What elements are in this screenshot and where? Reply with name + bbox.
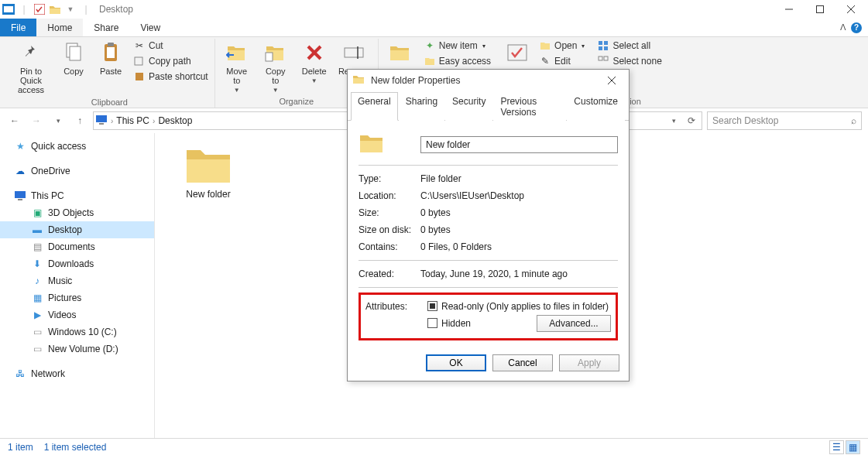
recent-button[interactable]: ▾ [50,112,67,129]
properties-button[interactable] [502,39,533,67]
dropdown-icon: ▼ [273,87,279,94]
nav-desktop[interactable]: ▬Desktop [0,221,154,238]
tab-home[interactable]: Home [36,19,83,36]
open-button[interactable]: Open▾ [537,39,586,53]
qat-dropdown-icon[interactable]: ▼ [63,2,77,16]
forward-button[interactable]: → [28,112,45,129]
nav-pictures[interactable]: ▦Pictures [0,289,154,306]
nav-videos[interactable]: ▶Videos [0,306,154,323]
search-icon: ⌕ [851,115,856,126]
readonly-checkbox[interactable]: Read-only (Only applies to files in fold… [427,301,611,312]
nav-3d-objects[interactable]: ▣3D Objects [0,204,154,221]
collapse-ribbon-icon[interactable]: ᐱ [840,22,846,32]
dialog-tabs: General Sharing Security Previous Versio… [348,91,629,121]
move-to-button[interactable]: Move to▼ [220,39,254,95]
nav-network[interactable]: 🖧Network [0,365,154,382]
nav-documents[interactable]: ▤Documents [0,238,154,255]
select-all-icon [597,39,609,52]
help-icon[interactable]: ? [851,22,862,33]
pin-button[interactable]: Pin to Quick access [9,39,53,96]
drive-icon: ▭ [31,343,43,355]
nav-drive-c[interactable]: ▭Windows 10 (C:) [0,323,154,340]
new-item-button[interactable]: ✦New item▾ [422,39,492,53]
tab-previous-versions[interactable]: Previous Versions [493,92,566,121]
nav-music[interactable]: ♪Music [0,272,154,289]
search-input[interactable]: Search Desktop ⌕ [707,111,862,130]
tab-security[interactable]: Security [445,92,492,121]
select-none-icon [597,55,609,67]
picture-icon: ▦ [31,292,43,304]
label-size-disk: Size on disk: [359,224,420,235]
nav-downloads[interactable]: ⬇Downloads [0,255,154,272]
nav-quick-access[interactable]: ★Quick access [0,138,154,155]
tab-view[interactable]: View [129,19,171,36]
value-contains: 0 Files, 0 Folders [420,241,618,252]
titlebar: | ▼ | Desktop [0,0,868,19]
refresh-icon[interactable]: ⟳ [683,112,700,129]
tab-general[interactable]: General [351,92,398,121]
shortcut-icon [133,70,146,83]
chevron-right-icon[interactable]: › [111,117,113,125]
cut-button[interactable]: ✂Cut [132,39,210,53]
svg-rect-28 [15,191,26,198]
breadcrumb-thispc[interactable]: This PC [116,115,149,126]
folder-icon [388,40,413,65]
delete-button[interactable]: Delete▼ [297,39,331,86]
hidden-checkbox[interactable]: Hidden [427,318,471,329]
svg-rect-10 [107,47,115,58]
icons-view-button[interactable]: ▦ [846,440,860,454]
svg-rect-23 [604,46,608,50]
easy-access-button[interactable]: Easy access [422,54,492,68]
new-folder-button[interactable] [383,39,417,67]
address-dropdown-icon[interactable]: ▾ [665,112,682,129]
search-placeholder: Search Desktop [712,115,778,126]
dialog-close-button[interactable] [599,72,624,89]
advanced-button[interactable]: Advanced... [537,315,611,332]
nav-thispc[interactable]: This PC [0,187,154,204]
dialog-titlebar[interactable]: New folder Properties [348,70,629,91]
edit-button[interactable]: ✎Edit [537,54,586,68]
apply-button[interactable]: Apply [559,354,619,371]
tab-customize[interactable]: Customize [567,92,625,121]
copy-button[interactable]: Copy [57,39,90,77]
svg-rect-21 [604,41,608,45]
svg-rect-25 [604,56,608,60]
select-none-button[interactable]: Select none [595,54,663,68]
minimize-button[interactable] [774,0,805,19]
copy-to-button[interactable]: Copy to▼ [259,39,293,95]
svg-rect-4 [817,6,824,13]
breadcrumb-desktop[interactable]: Desktop [158,115,192,126]
copy-path-button[interactable]: Copy path [132,54,210,68]
nav-onedrive[interactable]: ☁OneDrive [0,162,154,180]
folder-item[interactable]: New folder [173,144,243,200]
paste-button[interactable]: Paste [94,39,127,77]
tab-sharing[interactable]: Sharing [399,92,444,121]
back-button[interactable]: ← [6,112,23,129]
folder-name-input[interactable]: New folder [420,136,618,153]
tab-file[interactable]: File [0,19,36,36]
ok-button[interactable]: OK [426,354,486,371]
svg-rect-27 [99,123,104,125]
up-button[interactable]: ↑ [71,112,88,129]
cancel-button[interactable]: Cancel [492,354,553,371]
monitor-icon [95,115,108,128]
move-icon [225,40,249,65]
paste-icon [98,40,123,65]
properties-icon[interactable] [33,2,46,16]
label-size: Size: [359,207,420,218]
label-attributes: Attributes: [365,301,427,312]
label-created: Created: [359,269,420,279]
select-all-button[interactable]: Select all [595,39,663,53]
tab-share[interactable]: Share [83,19,129,36]
folder-qat-icon[interactable] [48,2,62,16]
paste-shortcut-button[interactable]: Paste shortcut [132,70,210,84]
maximize-button[interactable] [805,0,835,19]
dialog-title: New folder Properties [371,75,460,86]
qat-separator: | [17,2,31,16]
ribbon-tabs: File Home Share View ᐱ ? [0,19,868,37]
details-view-button[interactable]: ☰ [829,440,844,454]
chevron-right-icon[interactable]: › [153,117,155,125]
value-size-disk: 0 bytes [420,224,618,235]
nav-drive-d[interactable]: ▭New Volume (D:) [0,340,154,358]
close-button[interactable] [835,0,866,19]
